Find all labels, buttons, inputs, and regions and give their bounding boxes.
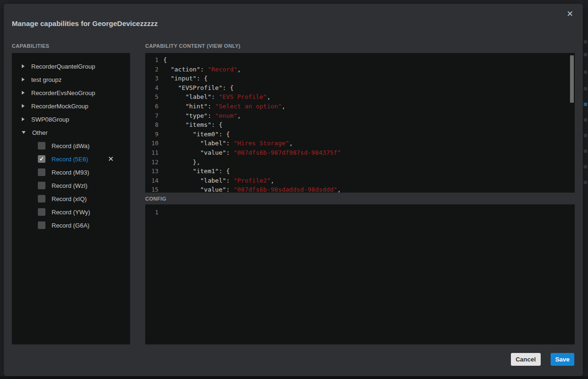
capability-group[interactable]: RecorderMockGroup (12, 99, 130, 113)
capabilities-header: CAPABILITIES (12, 43, 49, 49)
code-text: "value": "087dfs6b-98sdaddsd-98dsddd", (163, 185, 341, 193)
background-item-icon (584, 103, 587, 106)
background-page-sliver (583, 0, 588, 379)
capability-group-label: RecorderQuantelGroup (31, 63, 95, 70)
close-icon[interactable]: ✕ (567, 10, 573, 18)
capability-item-label: Record (M93) (52, 169, 89, 176)
line-number: 10 (145, 139, 158, 148)
chevron-right-icon[interactable] (22, 64, 25, 68)
code-text: "EVSProfile": { (163, 83, 234, 93)
line-number: 11 (145, 148, 158, 158)
chevron-right-icon[interactable] (22, 91, 25, 95)
capability-item-label: Record (YWy) (52, 209, 90, 216)
line-number: 3 (145, 74, 158, 83)
capability-group[interactable]: RecorderEvsNeoGroup (12, 86, 130, 99)
code-line: 11 "value": "087dfs6b-987df987sd-984375f… (145, 148, 575, 158)
code-line: 1{ (145, 55, 575, 65)
capability-item[interactable]: ✓Record (5E6)✕ (12, 152, 130, 166)
capability-group-label: test groupz (31, 76, 61, 83)
capability-group-label: RecorderEvsNeoGroup (31, 89, 95, 97)
background-item-icon (584, 181, 587, 184)
capability-item[interactable]: Record (M93) (12, 166, 130, 179)
code-line: 4 "EVSProfile": { (145, 83, 575, 93)
code-text: "action": "Record", (163, 65, 241, 74)
capability-item[interactable]: Record (G6A) (12, 219, 130, 232)
code-text: { (163, 55, 167, 65)
code-line: 1 (145, 208, 575, 217)
capability-item-label: Record (5E6) (52, 156, 88, 163)
capability-item-label: Record (G6A) (52, 222, 89, 229)
checkbox-unchecked[interactable] (38, 221, 45, 229)
code-text: "items": { (163, 120, 222, 130)
save-button[interactable]: Save (551, 353, 574, 366)
code-line: 7 "type": "enum", (145, 111, 575, 121)
code-line: 12 }, (145, 158, 575, 167)
capability-item[interactable]: Record (YWy) (12, 205, 130, 219)
chevron-down-icon[interactable] (22, 131, 26, 134)
line-number: 2 (145, 65, 158, 74)
background-item-icon (584, 87, 587, 90)
background-item-icon (584, 53, 587, 56)
capability-content-header: CAPABILITY CONTENT (VIEW ONLY) (145, 43, 240, 49)
code-text: "label": "Hires Storage", (163, 139, 293, 148)
code-line: 10 "label": "Hires Storage", (145, 139, 575, 148)
capability-item[interactable]: Record (dWa) (12, 139, 130, 152)
cancel-button[interactable]: Cancel (511, 353, 541, 366)
capability-item[interactable]: Record (xIQ) (12, 192, 130, 205)
capability-group[interactable]: SWP08Group (12, 113, 130, 126)
line-number: 15 (145, 185, 158, 193)
background-item-icon (584, 118, 587, 122)
checkbox-unchecked[interactable] (38, 142, 45, 150)
line-number: 9 (145, 130, 158, 139)
capability-group[interactable]: Other (12, 126, 130, 139)
line-number: 13 (145, 167, 158, 176)
line-number: 4 (145, 83, 158, 93)
capability-group-label: SWP08Group (31, 116, 69, 123)
capability-item-label: Record (xIQ) (52, 195, 87, 203)
chevron-right-icon[interactable] (22, 104, 25, 108)
capabilities-tree: RecorderQuantelGrouptest groupzRecorderE… (12, 53, 130, 344)
config-editor[interactable]: 1 (145, 204, 575, 344)
line-number: 14 (145, 176, 158, 185)
code-text: "item0": { (163, 130, 230, 139)
code-text: "label": "Profile2", (163, 176, 274, 185)
capability-item[interactable]: Record (Wzl) (12, 179, 130, 192)
manage-capabilities-dialog: ✕ Manage capabilities for GeorgeDevicezz… (4, 4, 583, 376)
code-line: 14 "label": "Profile2", (145, 176, 575, 185)
code-text: }, (163, 158, 200, 167)
code-line: 2 "action": "Record", (145, 65, 575, 74)
chevron-right-icon[interactable] (22, 78, 25, 81)
line-number: 1 (145, 208, 158, 217)
code-text: "hint": "Select an option", (163, 102, 285, 111)
capability-group-label: RecorderMockGroup (31, 103, 88, 110)
capability-item-label: Record (dWa) (52, 142, 89, 150)
editor-scrollbar[interactable] (570, 55, 574, 103)
line-number: 5 (145, 92, 158, 102)
code-text: "input": { (163, 74, 208, 83)
line-number: 12 (145, 158, 158, 167)
capability-group[interactable]: RecorderQuantelGroup (12, 60, 130, 73)
dialog-title: Manage capabilities for GeorgeDevicezzzz… (12, 19, 158, 27)
checkbox-checked[interactable]: ✓ (38, 155, 45, 163)
checkbox-unchecked[interactable] (38, 195, 45, 203)
background-page-bottom (0, 376, 588, 379)
code-text: "item1": { (163, 167, 230, 176)
config-header: CONFIG (145, 196, 167, 202)
line-number: 1 (145, 55, 158, 65)
dialog-footer: Cancel Save (511, 353, 574, 366)
code-text: "type": "enum", (163, 111, 241, 121)
remove-icon[interactable]: ✕ (108, 156, 114, 163)
checkbox-unchecked[interactable] (38, 208, 45, 216)
line-number: 6 (145, 102, 158, 111)
capability-group[interactable]: test groupz (12, 73, 130, 86)
capability-item-label: Record (Wzl) (52, 182, 88, 189)
line-number: 8 (145, 120, 158, 130)
line-number: 7 (145, 111, 158, 121)
chevron-right-icon[interactable] (22, 117, 25, 121)
checkbox-unchecked[interactable] (38, 168, 45, 176)
background-item-icon (584, 134, 587, 137)
checkbox-unchecked[interactable] (38, 182, 45, 189)
code-line: 15 "value": "087dfs6b-98sdaddsd-98dsddd"… (145, 185, 575, 193)
background-item-icon (584, 150, 587, 153)
code-line: 13 "item1": { (145, 167, 575, 176)
